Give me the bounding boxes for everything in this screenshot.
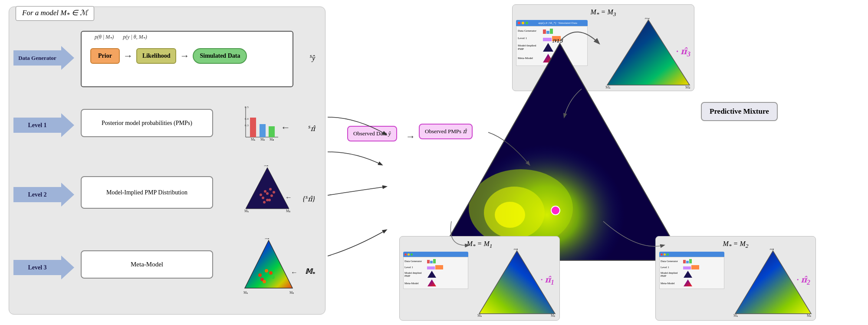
svg-text:M₃: M₃ bbox=[513, 249, 518, 251]
svg-marker-68 bbox=[684, 271, 692, 278]
metamodel-label: 𝕄* bbox=[305, 267, 315, 277]
level3-label: Level 3 bbox=[13, 256, 61, 279]
svg-point-17 bbox=[270, 194, 273, 197]
svg-point-21 bbox=[273, 191, 275, 194]
svg-point-32 bbox=[258, 273, 262, 277]
svg-text:M₂: M₂ bbox=[551, 314, 555, 317]
level1-row: Level 1 Posterior model probabilities (P… bbox=[9, 98, 317, 154]
svg-rect-4 bbox=[250, 118, 256, 137]
level1-box: Posterior model probabilities (PMPs) bbox=[81, 109, 213, 137]
svg-text:M₃: M₃ bbox=[265, 238, 269, 240]
svg-text:M₁: M₁ bbox=[251, 138, 255, 141]
level3-box: Meta-Model bbox=[81, 250, 213, 279]
svg-text:M₂: M₂ bbox=[286, 209, 290, 213]
svg-point-24 bbox=[269, 188, 272, 190]
m2-title: M* = M2 bbox=[723, 240, 749, 249]
data-generator-row: Data Generator p(θ | M*) p(y | θ, M*) Pr… bbox=[9, 29, 317, 92]
observed-pmps-box: Observed PMPs π̂ bbox=[419, 124, 473, 139]
data-generator-label: Data Generator bbox=[13, 46, 61, 70]
svg-point-18 bbox=[264, 190, 266, 193]
observed-data-box: Observed Data ŷ bbox=[347, 126, 397, 141]
svg-marker-14 bbox=[246, 167, 289, 209]
svg-point-20 bbox=[260, 194, 262, 196]
arrow-to-level2: ← bbox=[285, 194, 292, 201]
arrow-to-level1: ← bbox=[281, 122, 290, 133]
m2-mini-panel: Data Generator Level 1 Model-Implie bbox=[659, 252, 724, 315]
svg-text:M₁: M₁ bbox=[243, 291, 248, 295]
svg-text:M₃: M₃ bbox=[270, 138, 274, 141]
svg-text:M₃: M₃ bbox=[644, 18, 650, 20]
svg-text:M₂: M₂ bbox=[260, 138, 265, 141]
level2-box: Model-Implied PMP Distribution bbox=[81, 176, 213, 209]
likelihood-box: Likelihood bbox=[136, 48, 177, 64]
m1-title: M* = M1 bbox=[467, 240, 493, 249]
svg-point-15 bbox=[266, 192, 269, 195]
svg-point-16 bbox=[262, 197, 264, 199]
predictive-mixture-box: Predictive Mixture bbox=[701, 102, 778, 121]
level3-arrow: Level 3 bbox=[13, 256, 74, 279]
svg-text:M₂: M₂ bbox=[807, 314, 811, 317]
svg-point-36 bbox=[269, 271, 273, 275]
level3-row: Level 3 Meta-Model bbox=[9, 236, 317, 308]
svg-marker-69 bbox=[684, 279, 692, 286]
obs-arrow: → bbox=[406, 131, 415, 142]
svg-point-33 bbox=[265, 269, 268, 272]
level1-arrow: Level 1 bbox=[13, 113, 74, 137]
svg-point-37 bbox=[263, 280, 266, 283]
svg-text:M₁: M₁ bbox=[477, 314, 482, 317]
right-section: M* = M3 app(y,θ | M_*) · Simulated Data … bbox=[343, 0, 864, 325]
svg-marker-61 bbox=[427, 279, 436, 286]
svg-text:M₂: M₂ bbox=[289, 291, 294, 295]
m3-title: M* = M3 bbox=[591, 8, 616, 18]
level2-label: Level 2 bbox=[13, 183, 61, 207]
simdata-box: Simulated Data bbox=[193, 48, 247, 64]
panel-title: For a model M* ∈ ℳ bbox=[16, 6, 94, 21]
pi1-label: · π̂1 bbox=[541, 275, 554, 286]
tri-thumb-level3: M₃ M₁ M₂ bbox=[243, 238, 295, 299]
level2-row: Level 2 Model-Implied PMP Distribution M… bbox=[9, 163, 317, 233]
m1-mini-panel: Data Generator Level 1 Model-Implie bbox=[403, 252, 468, 315]
s-pi-set-label: {sπ̂} bbox=[302, 194, 315, 203]
svg-text:M₃: M₃ bbox=[552, 39, 564, 44]
arrow-2: → bbox=[180, 50, 189, 62]
level2-arrow: Level 2 bbox=[13, 183, 74, 207]
dg-flow: Prior → Likelihood → Simulated Data bbox=[90, 48, 247, 64]
arrow-1: → bbox=[123, 50, 133, 62]
svg-point-34 bbox=[271, 276, 275, 279]
left-panel: For a model M* ∈ ℳ Data Generator p(θ | … bbox=[9, 7, 326, 315]
s-pi-label: sπ̂ bbox=[308, 123, 315, 133]
svg-point-23 bbox=[263, 201, 266, 204]
m1-model-box: M* = M1 Data Generator Level bbox=[399, 236, 560, 321]
svg-text:M₁: M₁ bbox=[244, 209, 249, 213]
svg-text:0.4: 0.4 bbox=[245, 117, 249, 121]
svg-point-59 bbox=[551, 206, 560, 215]
svg-text:M₃: M₃ bbox=[264, 165, 268, 167]
pi2-label: · π̂2 bbox=[797, 275, 810, 286]
svg-text:M₃: M₃ bbox=[769, 249, 774, 251]
svg-marker-60 bbox=[427, 271, 436, 278]
dg-inner-box: p(θ | M*) p(y | θ, M*) Prior → Likelihoo… bbox=[81, 31, 293, 87]
level1-label: Level 1 bbox=[13, 113, 61, 137]
svg-text:0.3: 0.3 bbox=[245, 124, 249, 127]
svg-point-54 bbox=[495, 202, 525, 228]
arrow-to-level3: ← bbox=[291, 269, 298, 276]
m2-model-box: M* = M2 Data Generator Level bbox=[655, 236, 816, 321]
svg-rect-5 bbox=[260, 124, 266, 137]
svg-text:M₁: M₁ bbox=[733, 314, 738, 317]
bar-chart-thumb: M₁ M₂ M₃ 0.5 0.4 0.3 bbox=[241, 102, 280, 144]
svg-point-22 bbox=[266, 199, 269, 201]
prior-box: Prior bbox=[90, 48, 120, 64]
param-labels: p(θ | M*) p(y | θ, M*) bbox=[95, 34, 147, 41]
s-y-label: sŷ bbox=[310, 53, 315, 62]
svg-text:0.5: 0.5 bbox=[245, 105, 249, 109]
data-generator-arrow: Data Generator bbox=[13, 46, 74, 70]
svg-rect-6 bbox=[269, 126, 275, 137]
svg-rect-30 bbox=[243, 238, 295, 290]
tri-thumb-level2: M₃ M₁ M₂ bbox=[243, 165, 291, 219]
